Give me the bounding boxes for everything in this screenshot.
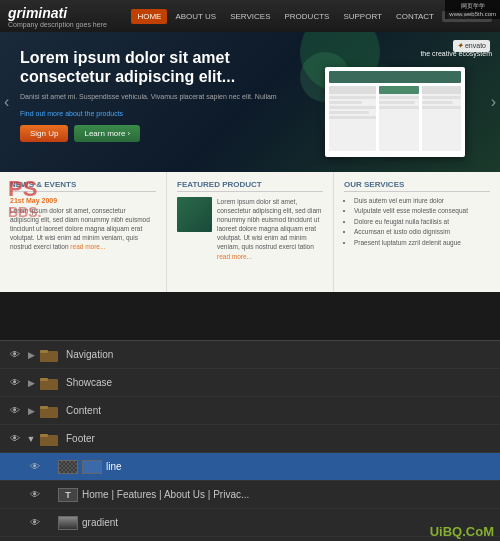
brand-tagline: Company description goes here [8,21,107,28]
layer-row-text[interactable]: 👁 T Home | Features | About Us | Privac.… [0,481,500,509]
eye-icon[interactable]: 👁 [26,486,44,504]
eye-icon[interactable]: 👁 [6,346,24,364]
layer-name: Footer [66,433,494,444]
layer-row-showcase[interactable]: 👁 ▶ Showcase [0,369,500,397]
eye-icon[interactable]: 👁 [6,374,24,392]
site-logo: griminati Company description goes here [8,5,107,28]
folder-icon [38,431,60,447]
brand-name: griminati [8,5,107,21]
nav-services[interactable]: SERVICES [224,9,276,24]
layer-name: Home | Features | About Us | Privac... [82,489,494,500]
layer-thumbnail-gradient [58,516,78,530]
service-item: Accumsan et iusto odio dignissim [354,228,490,236]
nav-support[interactable]: SUPPORT [337,9,388,24]
featured-column: FEATURED PRODUCT Lorem ipsum dolor sit a… [167,172,334,292]
layer-row-content[interactable]: 👁 ▶ Content [0,397,500,425]
uibq-badge: UiBQ.CoM [430,524,494,539]
featured-text: Lorem ipsum dolor sit amet, consectetur … [217,197,323,261]
nav-about[interactable]: ABOUT US [169,9,222,24]
layer-thumbnail-blue [82,460,102,474]
folder-icon [38,403,60,419]
service-item: Duis autem vel eum iriure dolor [354,197,490,205]
arrow-icon[interactable]: ▼ [24,432,38,446]
nav-contact[interactable]: CONTACT [390,9,440,24]
three-col-section: NEWS & EVENTS 21st May 2009 Lorem ipsum … [0,172,500,292]
layer-name: Navigation [66,349,494,360]
folder-icon [38,347,60,363]
folder-icon [38,375,60,391]
layer-row-navigation[interactable]: 👁 ▶ Navigation [0,341,500,369]
eye-icon[interactable]: 👁 [26,458,44,476]
bbs-watermark: BBS. [0,200,49,224]
hero-mockup [325,67,465,157]
services-column: OUR SERVICES Duis autem vel eum iriure d… [334,172,500,292]
svg-rect-1 [40,350,48,353]
eye-icon[interactable]: 👁 [26,514,44,532]
site-header: griminati Company description goes here … [0,0,500,32]
layer-name: Content [66,405,494,416]
layer-row-footer[interactable]: 👁 ▼ Footer [0,425,500,453]
arrow-icon[interactable]: ▶ [24,348,38,362]
hero-tagline: the creative ecosystem [420,50,492,57]
service-item: Dolore eu feugiat nulla facilisis at [354,218,490,226]
layer-row-line[interactable]: 👁 line [0,453,500,481]
layer-row-background[interactable]: 👁 ▶ Background [0,537,500,541]
site-nav: HOME ABOUT US SERVICES PRODUCTS SUPPORT … [131,9,492,24]
layer-name: line [106,461,494,472]
hero-visual: ✦ envato the creative ecosystem [300,32,500,172]
layer-name: Showcase [66,377,494,388]
featured-read-more[interactable]: read more... [217,253,252,260]
featured-content: Lorem ipsum dolor sit amet, consectetur … [177,197,323,261]
news-read-more[interactable]: read more... [70,243,105,250]
layer-row-gradient[interactable]: 👁 gradient [0,509,500,537]
service-item: Vulputate velit esse molestie consequat [354,207,490,215]
arrow-icon[interactable]: ▶ [24,404,38,418]
nav-home[interactable]: HOME [131,9,167,24]
service-item: Praesent luptatum zzril delenit augue [354,239,490,247]
svg-rect-3 [40,378,48,381]
featured-thumbnail [177,197,212,232]
hero-next-arrow[interactable]: › [491,93,496,111]
featured-title: FEATURED PRODUCT [177,180,323,192]
layers-panel: 👁 ▶ Navigation 👁 ▶ Showcase 👁 ▶ Content [0,340,500,541]
services-list: Duis autem vel eum iriure dolorVulputate… [344,197,490,247]
layer-thumbnail-checker [58,460,78,474]
hero-section: ‹ Lorem ipsum dolor sit amet consectetur… [0,32,500,172]
eye-icon[interactable]: 👁 [6,430,24,448]
eye-icon[interactable]: 👁 [6,402,24,420]
layer-thumbnail-T: T [58,488,78,502]
top-badge: 网页学学 www.web5th.com [445,0,500,19]
hero-prev-arrow[interactable]: ‹ [4,93,9,111]
services-title: OUR SERVICES [344,180,490,192]
svg-rect-5 [40,406,48,409]
website-preview: 网页学学 www.web5th.com griminati Company de… [0,0,500,340]
svg-rect-7 [40,434,48,437]
nav-products[interactable]: PRODUCTS [279,9,336,24]
arrow-icon[interactable]: ▶ [24,376,38,390]
